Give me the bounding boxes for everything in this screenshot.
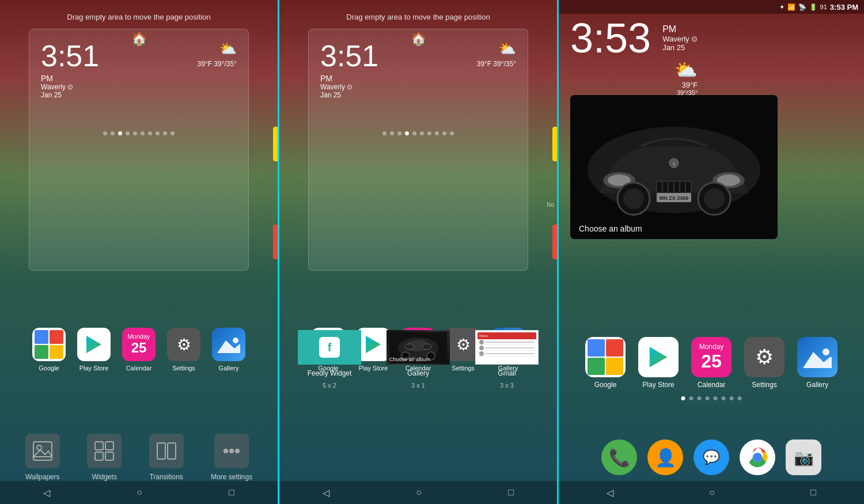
p2-dot-9[interactable] [450,131,454,135]
panel3-back-button[interactable]: ◁ [595,484,625,501]
dot-8[interactable] [163,131,167,135]
svg-rect-7 [105,442,113,450]
dot-5[interactable] [141,131,145,135]
panel1-home-button[interactable]: ○ [125,484,154,501]
dot-6[interactable] [148,131,152,135]
p2-dot-3[interactable] [405,131,409,135]
gmail-avatar-2 [479,346,484,350]
panel3-app-dock: Google Play Store [559,336,864,389]
panel3-messages-app[interactable]: 💬 [694,439,729,475]
panel2-gallery-widget[interactable]: MN ZX 2456 Choose an album Gallery 3 x 1 [386,330,450,389]
p2-dot-8[interactable] [442,131,446,135]
panel3-calendar-label: Calendar [698,381,726,389]
panel3-calendar-app[interactable]: Monday 25 Calendar [691,336,732,389]
panel3-camera-app[interactable]: 📷 [786,439,821,475]
svg-point-12 [223,449,228,453]
p3-dot-5[interactable] [722,396,726,400]
panel1-more-settings-item[interactable]: More settings [211,434,252,481]
panel3-recents-button[interactable]: □ [799,484,828,501]
dot-4[interactable] [133,131,137,135]
dot-7[interactable] [156,131,160,135]
panel3-status-bar: ✦ 📶 📡 🔋 91 3:53 PM [559,0,864,14]
more-settings-svg [221,441,242,461]
panel1-recents-button[interactable]: □ [217,484,246,501]
panel3-playstore-app[interactable]: Play Store [638,336,679,389]
p3-dot-2[interactable] [698,396,702,400]
playstore-svg [85,335,103,354]
p2-dot-6[interactable] [427,131,431,135]
panel2-weather: ⛅ 39°F 39°/35° [477,41,516,68]
p3-dot-7[interactable] [738,396,742,400]
panel1-nav-bar: ◁ ○ □ [0,481,278,504]
panel3-time: 3:53 [570,17,651,59]
feedly-logo: f [319,337,340,358]
panel3-car-image: MN ZX 2456 N Choose an album [570,95,778,239]
p3-dot-1[interactable] [689,396,694,400]
p3-dot-3[interactable] [706,396,710,400]
panel2-gmail-widget[interactable]: Inbox Gmail 3 x 3 [475,330,539,389]
panel1-playstore-app[interactable]: Play Store [77,327,111,372]
panel3-home-button[interactable]: ○ [698,484,726,501]
gmail-line-3 [485,353,535,354]
panel3-car-widget[interactable]: MN ZX 2456 N Choose an album [570,95,778,239]
panel1-temp: 39°F 39°/35° [198,60,237,68]
panel2-recents-button[interactable]: □ [497,484,525,501]
panel2-clock-details: PM Waverly ⊙ Jan 25 [320,74,378,99]
dot-1[interactable] [111,131,115,135]
panel1-time: 3:51 [41,41,99,71]
panel3-google-app[interactable]: Google [585,336,626,389]
panel1-wallpapers-item[interactable]: Wallpapers [25,434,60,481]
panel3-settings-label: Settings [752,381,776,389]
panel3-clock-widget: 3:53 PM Waverly ⊙ Jan 25 ⛅ 39°F 39°/35° [570,17,698,96]
panel1-calendar-app[interactable]: Monday 25 Calendar [122,327,156,372]
p2-dot-7[interactable] [435,131,439,135]
svg-marker-46 [650,347,668,367]
panel1-gallery-app[interactable]: Gallery [211,327,246,372]
panel1-transitions-label: Transitions [150,473,183,481]
panel2-back-button[interactable]: ◁ [311,484,341,501]
svg-point-4 [37,445,41,450]
svg-marker-5 [33,450,52,457]
p2-dot-0[interactable] [382,131,386,135]
p2-dot-4[interactable] [412,131,416,135]
p3-dot-4[interactable] [714,396,718,400]
panel-1: Drag empty area to move the page positio… [0,0,278,504]
panel2-nav-bar: ◁ ○ □ [279,481,557,504]
panel2-feedly-widget[interactable]: f Feedly Widget 5 x 2 [298,330,361,389]
panel3-city: Waverly ⊙ [662,35,698,43]
panel3-date: Jan 25 [662,43,698,52]
p2-dot-5[interactable] [420,131,424,135]
panel3-phone-app[interactable]: 📞 [601,439,637,475]
panel1-weather-icon: ⛅ [198,41,237,57]
panel1-transitions-item[interactable]: Transitions [149,434,184,481]
panel1-back-button[interactable]: ◁ [32,484,62,501]
p3-dot-6[interactable] [730,396,734,400]
panel3-gallery-app[interactable]: Gallery [797,336,838,389]
gmail-header: Inbox [478,332,536,339]
p2-dot-2[interactable] [397,131,401,135]
panel1-widgets-label: Widgets [92,473,117,481]
panel2-home-button[interactable]: ○ [404,484,433,501]
dot-0[interactable] [103,131,107,135]
google-grid [32,328,66,361]
panel3-contacts-app[interactable]: 👤 [647,439,683,475]
panel1-calendar-bg: Monday 25 [122,328,156,361]
p3-dot-0[interactable] [681,396,685,400]
svg-text:MN ZX 2456: MN ZX 2456 [660,195,689,201]
panel1-widgets-item[interactable]: Widgets [87,434,122,481]
signal-icon: 📶 [787,3,795,11]
dot-2[interactable] [118,131,122,135]
panel1-google-app[interactable]: Google [32,327,66,372]
svg-rect-10 [157,443,165,459]
p2-dot-1[interactable] [390,131,394,135]
dot-9[interactable] [170,131,175,135]
panel3-chrome-app[interactable] [740,439,775,475]
dot-3[interactable] [126,131,130,135]
panel3-settings-app[interactable]: ⚙ Settings [744,336,785,389]
panel1-widget-area: 3:51 PM Waverly ⊙ Jan 25 ⛅ 39°F 39°/35° [29,29,249,271]
panel3-page-dots [681,396,742,400]
panel1-calendar-icon: Monday 25 [122,327,156,362]
panel1-cal-day-num: 25 [131,340,147,356]
panel3-playstore-svg [648,346,669,369]
panel1-settings-app[interactable]: ⚙ Settings [166,327,201,372]
